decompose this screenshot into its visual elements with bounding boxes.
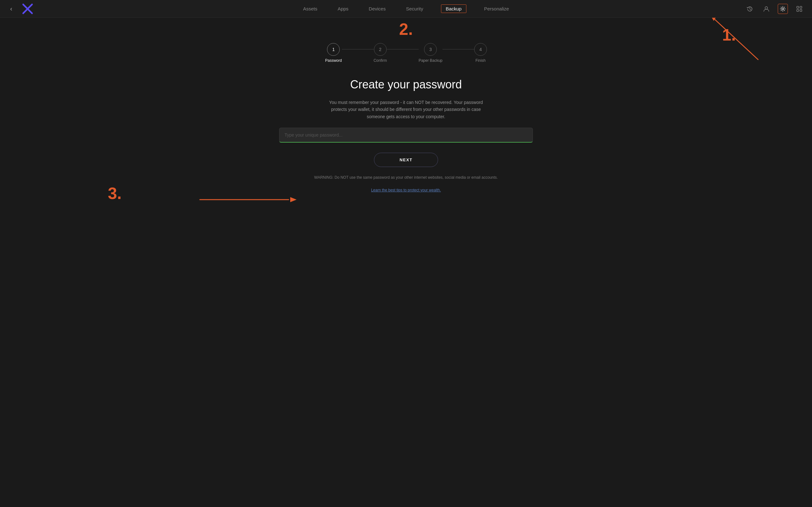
warning-text: WARNING: Do NOT use the same password as… xyxy=(314,175,498,180)
step-paper-backup: 3 Paper Backup xyxy=(419,43,443,63)
annotation-2: 2. xyxy=(399,20,413,39)
history-icon xyxy=(747,6,753,12)
svg-rect-6 xyxy=(797,9,799,11)
step-confirm: 2 Confirm xyxy=(374,43,387,63)
svg-marker-11 xyxy=(290,197,297,202)
card-title: Create your password xyxy=(350,78,462,91)
nav-apps[interactable]: Apps xyxy=(335,5,351,13)
annotation-3-arrow xyxy=(197,193,298,206)
step-password: 1 Password xyxy=(325,43,342,63)
learn-link[interactable]: Learn the best tips to protect your weal… xyxy=(371,188,441,192)
nav-backup[interactable]: Backup xyxy=(441,4,466,13)
step-4-circle: 4 xyxy=(474,43,487,56)
svg-point-3 xyxy=(782,8,784,10)
create-password-card: Create your password You must remember y… xyxy=(279,78,533,192)
step-3-label: Paper Backup xyxy=(419,58,443,63)
password-input[interactable] xyxy=(279,128,533,143)
grid-icon xyxy=(796,6,803,12)
step-connector-3 xyxy=(443,49,474,49)
history-icon-button[interactable] xyxy=(745,4,755,14)
svg-rect-4 xyxy=(797,6,799,8)
annotation-3: 3. xyxy=(108,184,121,203)
profile-icon xyxy=(763,6,769,12)
header-right xyxy=(745,4,804,14)
main-content: 1 Password 2 Confirm 3 Paper Backup 4 Fi… xyxy=(0,18,812,192)
card-description: You must remember your password - it can… xyxy=(327,99,485,120)
step-2-circle: 2 xyxy=(374,43,387,56)
stepper: 1 Password 2 Confirm 3 Paper Backup 4 Fi… xyxy=(325,43,487,63)
step-connector-2 xyxy=(387,49,419,49)
svg-rect-7 xyxy=(800,9,802,11)
password-input-wrapper xyxy=(279,128,533,143)
profile-icon-button[interactable] xyxy=(761,4,771,14)
back-button[interactable]: ‹ xyxy=(8,4,15,14)
step-2-label: Confirm xyxy=(374,58,387,63)
nav-bar: Assets Apps Devices Security Backup Pers… xyxy=(300,4,511,13)
gear-icon-button[interactable] xyxy=(778,4,788,14)
logo-icon xyxy=(21,3,34,15)
header-left: ‹ xyxy=(8,3,34,15)
annotation-1: 1. xyxy=(722,25,736,44)
step-finish: 4 Finish xyxy=(474,43,487,63)
nav-personalize[interactable]: Personalize xyxy=(481,5,511,13)
step-3-circle: 3 xyxy=(424,43,437,56)
svg-point-2 xyxy=(765,7,768,9)
gear-icon xyxy=(780,6,786,12)
step-1-circle: 1 xyxy=(327,43,340,56)
nav-devices[interactable]: Devices xyxy=(366,5,388,13)
step-1-label: Password xyxy=(325,58,342,63)
step-4-label: Finish xyxy=(475,58,486,63)
svg-rect-5 xyxy=(800,6,802,8)
next-button[interactable]: NEXT xyxy=(374,153,438,167)
nav-security[interactable]: Security xyxy=(403,5,426,13)
step-connector-1 xyxy=(342,49,374,49)
grid-icon-button[interactable] xyxy=(794,4,804,14)
header: ‹ Assets Apps Devices Security Backup Pe… xyxy=(0,0,812,18)
nav-assets[interactable]: Assets xyxy=(300,5,320,13)
